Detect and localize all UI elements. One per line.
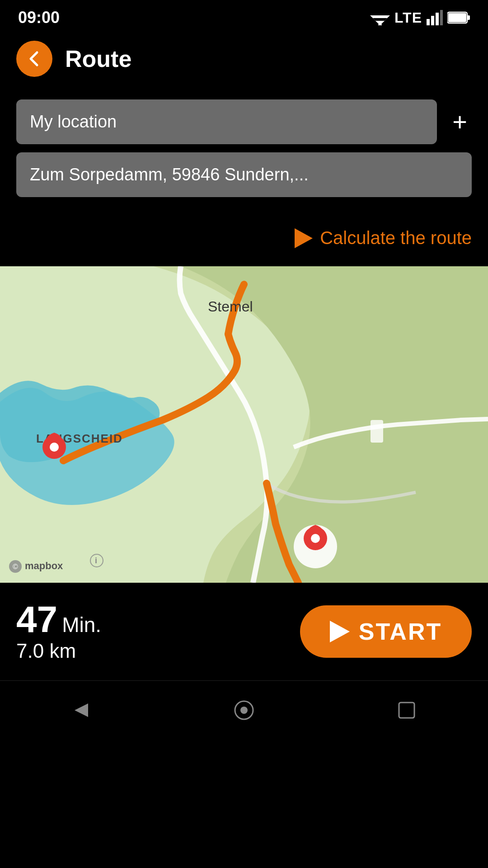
status-bar: 09:00 LTE — [0, 0, 488, 32]
map-view[interactable]: Stemel LANGSCHEID © mapbox i — [0, 266, 488, 583]
svg-rect-9 — [467, 15, 470, 20]
svg-text:mapbox: mapbox — [25, 560, 63, 571]
svg-marker-22 — [75, 703, 88, 717]
map-label-stemel: Stemel — [208, 298, 253, 315]
bottom-bar: 47 Min. 7.0 km START — [0, 583, 488, 680]
route-stats: 47 Min. 7.0 km — [16, 601, 101, 662]
svg-point-16 — [311, 534, 320, 543]
svg-rect-10 — [448, 13, 466, 22]
nav-home-icon — [233, 699, 255, 722]
svg-rect-4 — [427, 19, 430, 25]
nav-home-button[interactable] — [228, 694, 260, 726]
route-distance: 7.0 km — [16, 640, 101, 662]
route-time-number: 47 — [16, 601, 57, 638]
map-attribution: © mapbox — [9, 560, 63, 573]
page-title: Route — [65, 45, 131, 72]
calculate-route-button[interactable]: Calculate the route — [295, 228, 472, 248]
calculate-arrow-icon — [295, 228, 313, 248]
nav-recent-button[interactable] — [391, 694, 422, 726]
add-waypoint-button[interactable]: + — [448, 107, 472, 137]
origin-input[interactable]: My location — [16, 99, 437, 144]
lte-label: LTE — [394, 9, 422, 26]
start-arrow-icon — [330, 621, 350, 642]
route-time: 47 Min. — [16, 601, 101, 638]
svg-rect-7 — [440, 10, 443, 25]
chevron-left-icon — [25, 50, 43, 68]
nav-bar — [0, 680, 488, 744]
calculate-route-label: Calculate the route — [320, 228, 472, 248]
svg-text:©: © — [13, 563, 18, 571]
svg-rect-5 — [431, 16, 434, 25]
svg-point-24 — [240, 707, 248, 714]
header: Route — [0, 32, 488, 86]
end-pin — [294, 525, 337, 568]
svg-text:i: i — [95, 556, 97, 565]
calculate-row: Calculate the route — [0, 214, 488, 266]
map-overlay-indicator — [371, 420, 383, 443]
route-time-unit: Min. — [62, 613, 101, 637]
map-svg: Stemel LANGSCHEID © mapbox i — [0, 266, 488, 583]
back-button[interactable] — [16, 41, 52, 77]
wifi-icon — [370, 10, 390, 25]
status-icons: LTE — [370, 9, 470, 26]
nav-back-icon — [70, 699, 93, 722]
origin-row: My location + — [16, 99, 472, 144]
svg-rect-6 — [436, 13, 439, 25]
destination-row: Zum Sorpedamm, 59846 Sundern,... — [16, 152, 472, 197]
route-inputs: My location + Zum Sorpedamm, 59846 Sunde… — [0, 86, 488, 214]
start-label: START — [359, 618, 442, 645]
svg-rect-25 — [399, 703, 414, 718]
signal-icon — [427, 10, 443, 25]
status-time: 09:00 — [18, 8, 60, 27]
nav-recent-icon — [395, 699, 418, 722]
destination-input[interactable]: Zum Sorpedamm, 59846 Sundern,... — [16, 152, 472, 197]
start-button[interactable]: START — [300, 605, 472, 658]
svg-point-13 — [50, 443, 59, 452]
nav-back-button[interactable] — [66, 694, 97, 726]
battery-icon — [447, 11, 470, 24]
